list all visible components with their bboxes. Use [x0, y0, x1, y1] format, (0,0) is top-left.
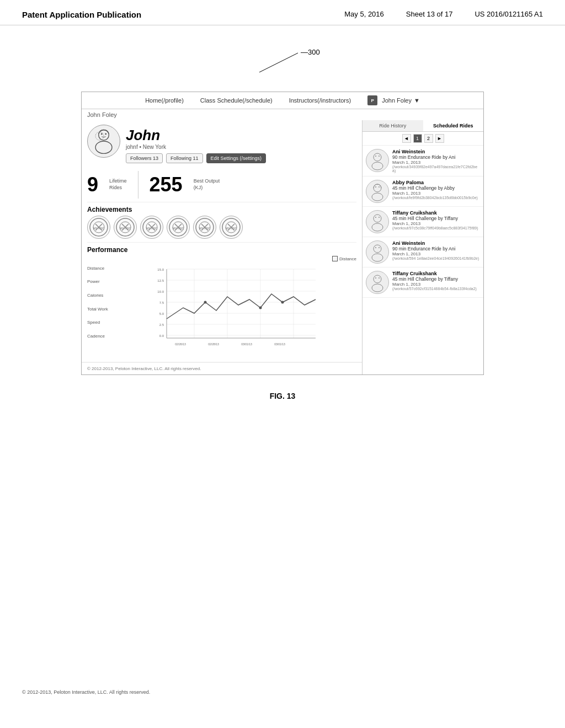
svg-text:10.0: 10.0	[157, 290, 164, 293]
page-1-button[interactable]: 1	[413, 134, 422, 143]
svg-point-75	[379, 217, 380, 218]
nav-schedule-link[interactable]: Class Schedule(/schedule)	[200, 97, 273, 104]
ride-item-3[interactable]: Tiffany Cruikshank 45 min Hill Challenge…	[363, 207, 483, 237]
nav-instructors-link[interactable]: Instructors(/instructors)	[289, 97, 351, 104]
svg-point-82	[375, 277, 376, 279]
ride-instructor-2: Abby Paloma	[392, 180, 478, 185]
followers-button[interactable]: Followers 13	[126, 153, 163, 163]
ride-info-1: Ani Weinstein 90 min Endurance Ride by A…	[392, 149, 480, 173]
performance-chart: 15.0 12.5 10.0 7.5 5.0 2.5 0.0 02/26/13	[120, 264, 356, 352]
ride-title-2: 45 min Hill Challenge by Abby	[392, 185, 478, 191]
page-layout: John johnf • New York Followers 13 Follo…	[82, 120, 483, 374]
lifetime-rides-number: 9	[87, 173, 98, 196]
profile-first-name: John	[126, 127, 266, 144]
svg-text:15.0: 15.0	[157, 268, 164, 271]
profile-info: John johnf • New York Followers 13 Follo…	[87, 125, 356, 163]
main-content: —300 Home(/profile) Class Schedule(/sche…	[0, 25, 565, 417]
fig-caption: FIG. 13	[33, 392, 532, 400]
svg-point-3	[95, 141, 112, 153]
achievements-list: MY TRIC MY TRIC	[87, 216, 356, 239]
performance-section: Performance Distance Power Calories Tota…	[87, 243, 356, 357]
svg-text:—300: —300	[301, 48, 320, 56]
chart-area: Distance	[120, 256, 356, 354]
achievement-badge-6: MY TRIC	[220, 216, 243, 239]
svg-point-4	[101, 133, 103, 135]
tab-scheduled-rides[interactable]: Scheduled Rides	[423, 120, 484, 131]
avatar	[87, 125, 120, 158]
achievement-badge-2: MY TRIC	[114, 216, 137, 239]
nav-dropdown-icon[interactable]: ▼	[414, 97, 420, 104]
svg-point-69	[372, 193, 383, 201]
ref-line-area: —300	[33, 42, 532, 86]
svg-point-65	[372, 162, 383, 170]
best-output-number: 255	[150, 173, 183, 196]
profile-left: John johnf • New York Followers 13 Follo…	[87, 125, 356, 357]
svg-point-72	[374, 215, 381, 222]
ride-instructor-3: Tiffany Cruikshank	[392, 210, 478, 216]
metric-power: Power	[87, 279, 115, 284]
page-2-button[interactable]: 2	[424, 134, 433, 143]
svg-text:02/28/13: 02/28/13	[208, 342, 219, 346]
ride-title-5: 45 min Hill Challenge by Tiffany	[392, 276, 477, 282]
svg-text:5.0: 5.0	[159, 312, 164, 315]
page-next-button[interactable]: ►	[435, 134, 444, 143]
profile-area: John johnf • New York Followers 13 Follo…	[82, 120, 362, 362]
svg-point-62	[259, 307, 262, 309]
ride-title-4: 90 min Endurance Ride by Ani	[392, 246, 479, 251]
metric-distance: Distance	[87, 266, 115, 271]
ride-date-3: March 1, 2013	[392, 221, 478, 226]
nav-logo: P	[367, 95, 377, 105]
ride-date-5: March 1, 2013	[392, 282, 477, 287]
svg-point-80	[374, 275, 381, 283]
best-output-label: Best Output(KJ)	[194, 178, 220, 191]
chart-container: Distance Power Calories Total Work Speed…	[87, 256, 356, 354]
svg-point-5	[105, 133, 106, 135]
settings-button[interactable]: Edit Settings (/settings)	[206, 153, 266, 163]
page-prev-button[interactable]: ◄	[402, 134, 411, 143]
ride-url-1: (/workout/34939f82e497a497dacea21fe7C2fd…	[392, 165, 480, 173]
legend-box	[332, 256, 338, 261]
svg-point-77	[372, 254, 383, 261]
tab-ride-history[interactable]: Ride History	[363, 120, 423, 131]
svg-text:2.5: 2.5	[159, 323, 164, 326]
ride-date-1: March 1, 2013	[392, 160, 480, 165]
ride-info-3: Tiffany Cruikshank 45 min Hill Challenge…	[392, 210, 478, 230]
ride-thumb-3	[366, 210, 389, 233]
lifetime-rides-label: LifetimeRides	[109, 178, 127, 191]
right-panel-tabs: Ride History Scheduled Rides	[363, 120, 483, 132]
pagination: ◄ 1 2 ►	[363, 132, 483, 146]
ride-item-2[interactable]: Abby Paloma 45 min Hill Challenge by Abb…	[363, 176, 483, 207]
ref-arrow-svg: —300	[226, 42, 337, 81]
lifetime-rides-stat: 9	[87, 173, 98, 196]
chart-y-labels: Distance Power Calories Total Work Speed…	[87, 256, 115, 354]
ui-mockup: Home(/profile) Class Schedule(/schedule)…	[81, 92, 484, 375]
svg-text:12.5: 12.5	[157, 279, 164, 282]
achievement-badge-4: MY TRIC	[167, 216, 190, 239]
performance-label: Performance	[87, 246, 356, 254]
svg-text:0.0: 0.0	[159, 334, 164, 338]
ride-thumb-4	[366, 240, 389, 264]
patent-sheet: Sheet 13 of 17	[406, 10, 453, 18]
svg-point-66	[375, 156, 376, 157]
patent-footer: © 2012-2013, Peloton Interactive, LLC. A…	[22, 689, 150, 695]
ride-instructor-5: Tiffany Cruikshank	[392, 271, 477, 276]
stats-row: 9 LifetimeRides 255 Best Output(KJ)	[87, 168, 356, 202]
svg-point-6	[95, 132, 104, 140]
ride-item-4[interactable]: Ani Weinstein 90 min Endurance Ride by A…	[363, 237, 483, 267]
nav-user[interactable]: P John Foley ▼	[367, 95, 420, 105]
ride-title-1: 90 min Endurance Ride by Ani	[392, 154, 480, 160]
patent-header: Patent Application Publication May 5, 20…	[0, 0, 565, 25]
best-output-stat: 255	[150, 173, 183, 196]
avatar-illustration	[88, 126, 119, 157]
following-button[interactable]: Following 11	[166, 153, 203, 163]
ride-item-1[interactable]: Ani Weinstein 90 min Endurance Ride by A…	[363, 146, 483, 176]
svg-point-70	[375, 186, 376, 188]
ride-date-2: March 1, 2013	[392, 191, 478, 196]
svg-point-79	[379, 247, 380, 248]
ride-thumb-2	[366, 180, 389, 203]
ride-item-5[interactable]: Tiffany Cruikshank 45 min Hill Challenge…	[363, 267, 483, 298]
svg-text:7.5: 7.5	[159, 301, 164, 304]
nav-home-link[interactable]: Home(/profile)	[145, 97, 184, 104]
ride-url-3: (/workout/97c5c08c79ff049b8aec5c883f3417…	[392, 226, 478, 230]
stat-divider	[138, 171, 138, 199]
